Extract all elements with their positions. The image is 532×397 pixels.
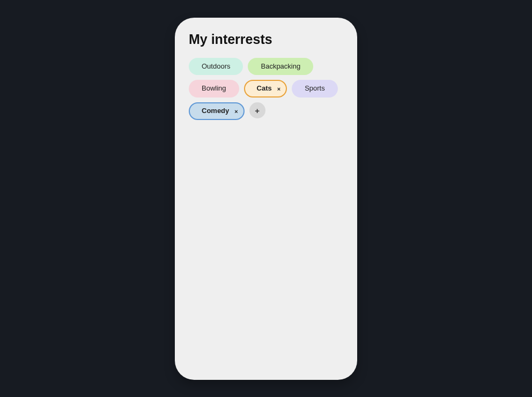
tag-label: Backpacking bbox=[261, 62, 300, 71]
tag-cats[interactable]: Cats × bbox=[244, 80, 287, 98]
close-icon[interactable]: × bbox=[277, 85, 280, 93]
tag-label: Sports bbox=[305, 84, 325, 93]
tag-bowling[interactable]: Bowling bbox=[189, 80, 239, 98]
tag-label: Bowling bbox=[202, 84, 226, 93]
add-interest-button[interactable]: + bbox=[249, 102, 265, 118]
tag-comedy[interactable]: Comedy × bbox=[189, 102, 245, 120]
tag-backpacking[interactable]: Backpacking bbox=[248, 58, 313, 76]
tag-sports[interactable]: Sports bbox=[292, 80, 338, 98]
tag-outdoors[interactable]: Outdoors bbox=[189, 58, 243, 76]
tag-list: Outdoors Backpacking Bowling Cats × Spor… bbox=[189, 58, 343, 121]
tag-label: Cats bbox=[257, 84, 272, 93]
close-icon[interactable]: × bbox=[234, 108, 238, 115]
tag-label: Outdoors bbox=[202, 62, 230, 71]
page-title: My interrests bbox=[189, 32, 343, 47]
interests-card: My interrests Outdoors Backpacking Bowli… bbox=[175, 18, 357, 380]
tag-label: Comedy bbox=[202, 107, 229, 116]
plus-icon: + bbox=[255, 106, 260, 115]
